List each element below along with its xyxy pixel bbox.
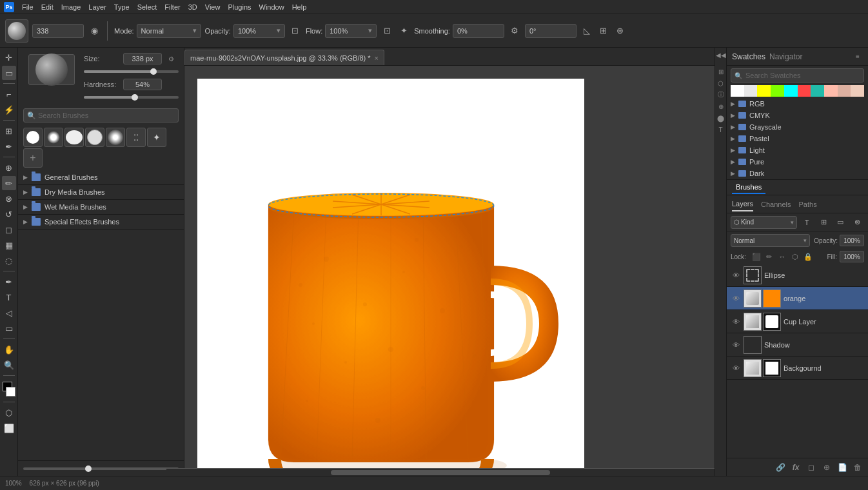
info-icon[interactable]: ⓘ <box>716 90 725 99</box>
transform-icon[interactable]: ⊕ <box>716 102 725 111</box>
ellipse-visibility-toggle[interactable]: 👁 <box>731 270 741 280</box>
layer-adjust-btn[interactable]: ⊞ <box>816 215 831 230</box>
layers-tab-channels[interactable]: Channels <box>761 198 791 211</box>
brushes-tab[interactable]: Brushes <box>732 181 765 194</box>
brush-search-input[interactable] <box>23 108 179 122</box>
hardness-slider[interactable] <box>84 94 179 101</box>
tool-move[interactable]: ✛ <box>2 50 16 64</box>
swatch-lightgray[interactable] <box>744 85 758 97</box>
delete-layer-btn[interactable]: 🗑 <box>851 461 864 474</box>
navigator-title[interactable]: Navigator <box>769 52 802 61</box>
tool-crop[interactable]: ⊞ <box>2 124 16 138</box>
brush-group-general[interactable]: ▶ General Brushes <box>18 170 184 185</box>
menu-filter[interactable]: Filter <box>164 3 180 11</box>
tool-eraser[interactable]: ◻ <box>2 222 16 237</box>
lock-pixels-icon[interactable]: ⬛ <box>751 251 762 262</box>
swatch-group-pastel[interactable]: ▶ Pastel <box>727 133 868 144</box>
menu-edit[interactable]: Edit <box>41 3 54 11</box>
brush-group-special[interactable]: ▶ Special Effects Brushes <box>18 215 184 230</box>
adjustments-icon[interactable]: ⬡ <box>716 79 725 88</box>
size-slider-thumb[interactable] <box>150 68 157 75</box>
pressure-flow-icon[interactable]: ⊡ <box>380 24 393 37</box>
size-slider[interactable] <box>84 68 179 75</box>
layer-shape-btn[interactable]: ▭ <box>833 215 847 230</box>
libraries-icon[interactable]: ⬤ <box>716 113 725 122</box>
tool-lasso[interactable]: ⌐ <box>2 87 16 101</box>
background-visibility-toggle[interactable]: 👁 <box>731 363 741 373</box>
menu-view[interactable]: View <box>205 3 221 11</box>
swatch-yellow[interactable] <box>757 85 771 97</box>
lock-position-icon[interactable]: ↔ <box>777 251 787 262</box>
cup-visibility-toggle[interactable]: 👁 <box>731 317 741 327</box>
link-layers-btn[interactable]: 🔗 <box>774 461 787 474</box>
menu-image[interactable]: Image <box>61 3 81 11</box>
tool-path[interactable]: ◁ <box>2 306 16 320</box>
thumbnail-size-thumb[interactable] <box>85 466 92 472</box>
brush-preset-star[interactable]: ✦ <box>147 128 166 147</box>
swatch-group-light[interactable]: ▶ Light <box>727 144 868 156</box>
brush-picker-btn[interactable] <box>5 19 28 43</box>
canvas-document[interactable] <box>197 79 584 476</box>
swatch-group-dark[interactable]: ▶ Dark <box>727 168 868 179</box>
swatch-red[interactable] <box>798 85 811 97</box>
lock-artboard-icon[interactable]: ⬡ <box>790 251 800 262</box>
layers-tab-paths[interactable]: Paths <box>799 198 817 211</box>
brush-settings-btn[interactable]: ⚙ <box>166 54 176 64</box>
thumbnail-size-slider[interactable] <box>23 467 179 470</box>
canvas-scroll-area[interactable] <box>184 66 715 476</box>
swatch-group-pure[interactable]: ▶ Pure <box>727 156 868 168</box>
new-fill-layer-btn[interactable]: ⊕ <box>820 461 833 474</box>
brush-preset-flat[interactable] <box>64 128 84 147</box>
flow-dropdown[interactable]: 100% ▾ <box>325 24 377 38</box>
tool-shape[interactable]: ▭ <box>2 321 16 335</box>
brush-preset-soft[interactable] <box>44 128 63 147</box>
quick-mask-icon[interactable]: ⬡ <box>2 406 16 420</box>
smoothing-settings-icon[interactable]: ⚙ <box>508 24 521 37</box>
angle-input[interactable]: 0° <box>525 24 577 38</box>
background-color[interactable] <box>6 387 15 397</box>
menu-type[interactable]: Type <box>114 3 130 11</box>
add-mask-btn[interactable]: ◻ <box>805 461 818 474</box>
h-scrollbar-thumb[interactable] <box>331 470 550 475</box>
tool-healing[interactable]: ⊕ <box>2 161 16 175</box>
pressure-opacity-icon[interactable]: ⊡ <box>289 24 302 37</box>
brush-size-dropdown[interactable]: 338 <box>32 24 84 38</box>
lock-all-icon[interactable]: 🔒 <box>803 251 813 262</box>
type-icon[interactable]: T <box>716 125 725 134</box>
layer-kind-dropdown[interactable]: ⬡ Kind ▾ <box>731 216 797 229</box>
layers-tab-layers[interactable]: Layers <box>732 197 753 211</box>
menu-3d[interactable]: 3D <box>188 3 197 11</box>
tool-gradient[interactable]: ▦ <box>2 238 16 252</box>
screen-mode-icon[interactable]: ⬜ <box>2 421 16 435</box>
blend-mode-dropdown[interactable]: Normal ▾ <box>731 234 810 247</box>
smoothing-dropdown[interactable]: 0% <box>453 24 504 38</box>
add-layer-style-btn[interactable]: fx <box>789 461 802 474</box>
brush-preset-scatter[interactable]: ⁚⁚ <box>126 128 146 147</box>
symmetry-icon[interactable]: ⊕ <box>614 24 627 37</box>
swatches-title[interactable]: Swatches <box>732 52 765 61</box>
swatch-teal[interactable] <box>811 85 824 97</box>
hardness-value[interactable]: 54% <box>123 79 162 90</box>
brush-preset-hard[interactable] <box>23 128 43 147</box>
collapse-panels-btn[interactable]: ◀◀ <box>716 50 725 59</box>
layer-ellipse[interactable]: 👁 Ellipse <box>727 264 868 287</box>
swatch-white[interactable] <box>731 85 744 97</box>
airbrush-icon[interactable]: ✦ <box>397 24 410 37</box>
new-layer-btn[interactable]: 📄 <box>836 461 849 474</box>
horizontal-scrollbar[interactable] <box>184 468 715 476</box>
size-value[interactable]: 338 px <box>123 53 162 64</box>
swatch-salmon[interactable] <box>824 85 838 97</box>
swatches-search-input[interactable] <box>731 68 864 83</box>
layer-orange[interactable]: 👁 orange <box>727 287 868 310</box>
brush-preset-add[interactable]: + <box>23 148 43 168</box>
tool-stamp[interactable]: ⊗ <box>2 191 16 206</box>
swatch-peach[interactable] <box>851 85 864 97</box>
menu-layer[interactable]: Layer <box>88 3 106 11</box>
document-tab[interactable]: mae-mu-9002s2VnOAY-unsplash.jpg @ 33.3% … <box>184 50 384 65</box>
angle-icon[interactable]: ◺ <box>580 24 593 37</box>
fill-value-input[interactable]: 100% <box>840 251 864 262</box>
brush-preset-large-hard[interactable] <box>85 128 104 147</box>
layer-cup[interactable]: 👁 Cup Layer <box>727 310 868 333</box>
orange-visibility-toggle[interactable]: 👁 <box>731 293 741 304</box>
properties-icon[interactable]: ⊞ <box>716 67 725 76</box>
